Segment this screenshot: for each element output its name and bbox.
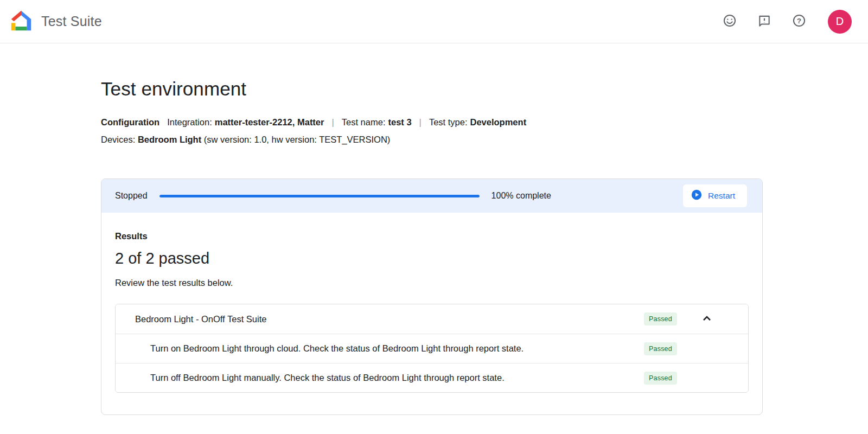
suite-name: Bedroom Light - OnOff Test Suite: [116, 314, 266, 324]
app-header: Test Suite: [0, 0, 868, 43]
help-icon: ?: [792, 14, 806, 29]
results-section: Results 2 of 2 passed Review the test re…: [101, 213, 762, 414]
progress-status-label: Stopped: [115, 191, 148, 201]
send-feedback-button[interactable]: [757, 15, 771, 29]
header-actions: ? D: [723, 10, 852, 34]
page-title: Test environment: [101, 78, 868, 100]
status-badge: Passed: [644, 342, 677, 355]
progress-bar-fill: [159, 195, 480, 197]
help-button[interactable]: ?: [792, 15, 806, 29]
results-subtext: Review the test results below.: [115, 278, 749, 288]
devices-value: Bedroom Light: [138, 135, 201, 144]
devices-detail: (sw version: 1.0, hw version: TEST_VERSI…: [204, 135, 391, 144]
test-row-right: Passed: [644, 342, 748, 355]
smiley-feedback-button[interactable]: [723, 15, 737, 29]
restart-button-label: Restart: [708, 191, 735, 201]
test-name-value: test 3: [388, 117, 411, 127]
devices-label: Devices:: [101, 135, 135, 144]
main-content: Test environment Configuration Integrati…: [0, 78, 868, 415]
configuration-label: Configuration: [101, 117, 159, 127]
progress-bar: [159, 195, 480, 197]
test-result-row: Turn off Bedroom Light manually. Check t…: [116, 363, 748, 392]
test-description: Turn off Bedroom Light manually. Check t…: [116, 373, 505, 383]
home-logo-icon: [9, 8, 34, 35]
svg-text:?: ?: [797, 17, 801, 25]
feedback-bubble-icon: [757, 14, 771, 29]
suite-row-right: Passed: [644, 312, 748, 327]
test-row-right: Passed: [644, 372, 748, 385]
results-table: Bedroom Light - OnOff Test Suite Passed: [115, 304, 749, 393]
integration-label: Integration:: [167, 117, 212, 127]
app-title: Test Suite: [41, 14, 102, 29]
play-icon: [691, 189, 702, 202]
results-heading: Results: [115, 231, 749, 241]
test-name-label: Test name:: [342, 117, 386, 127]
test-description: Turn on Bedroom Light through cloud. Che…: [116, 343, 524, 354]
smiley-icon: [723, 14, 737, 29]
app-logo[interactable]: Test Suite: [9, 8, 102, 35]
test-type-value: Development: [470, 117, 527, 127]
test-run-card: Stopped 100% complete Restart Results 2 …: [101, 178, 763, 415]
separator: |: [331, 117, 334, 127]
progress-banner: Stopped 100% complete Restart: [101, 179, 762, 213]
devices-line: Devices: Bedroom Light (sw version: 1.0,…: [101, 135, 868, 145]
test-result-row: Turn on Bedroom Light through cloud. Che…: [116, 334, 748, 363]
chevron-up-icon: [700, 312, 713, 327]
status-badge: Passed: [644, 372, 677, 385]
restart-button[interactable]: Restart: [683, 184, 747, 207]
configuration-line: Configuration Integration: matter-tester…: [101, 117, 868, 127]
collapse-suite-button[interactable]: [677, 312, 737, 327]
test-type-label: Test type:: [429, 117, 468, 127]
results-summary: 2 of 2 passed: [115, 250, 749, 267]
progress-percent-label: 100% complete: [492, 191, 551, 201]
status-badge: Passed: [644, 312, 677, 326]
separator: |: [419, 117, 422, 127]
account-avatar[interactable]: D: [828, 10, 852, 34]
suite-header-row[interactable]: Bedroom Light - OnOff Test Suite Passed: [116, 304, 748, 334]
integration-value: matter-tester-2212, Matter: [215, 117, 324, 127]
